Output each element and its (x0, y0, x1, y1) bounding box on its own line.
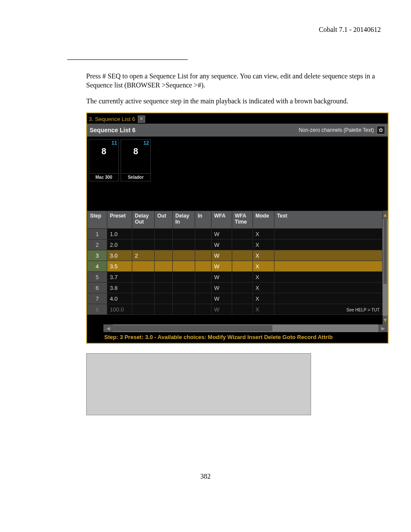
cell-mode[interactable]: X (253, 261, 274, 272)
cell-dout[interactable]: 2 (132, 250, 155, 261)
cell-text[interactable]: See HELP > TUT (274, 304, 383, 315)
cell-wfa[interactable]: W (212, 261, 232, 272)
cell-din[interactable] (173, 250, 195, 261)
cell-step[interactable]: 7 (87, 293, 107, 304)
cell-step[interactable]: 5 (87, 272, 107, 283)
cell-dout[interactable] (132, 272, 155, 283)
col-preset[interactable]: Preset (107, 211, 132, 229)
scroll-up-icon[interactable]: ▲ (383, 211, 388, 219)
cell-din[interactable] (173, 304, 195, 315)
col-in[interactable]: In (195, 211, 212, 229)
cell-out[interactable] (155, 304, 173, 315)
cell-wfa[interactable]: W (212, 250, 232, 261)
table-row[interactable]: 74.0WX (87, 293, 383, 304)
cell-wfa[interactable]: W (212, 229, 232, 240)
cell-text[interactable] (274, 261, 383, 272)
col-wfa-time[interactable]: WFA Time (232, 211, 253, 229)
hscroll-track[interactable] (113, 324, 378, 332)
cell-text[interactable] (274, 229, 383, 240)
hscroll-thumb[interactable] (113, 325, 272, 331)
cell-step[interactable]: 3 (87, 250, 107, 261)
cell-out[interactable] (155, 283, 173, 293)
tab-title[interactable]: 3. Sequence List 6 (89, 116, 135, 122)
cell-out[interactable] (155, 229, 173, 240)
cell-din[interactable] (173, 272, 195, 283)
cell-preset[interactable]: 1.0 (107, 229, 132, 240)
cell-dout[interactable] (132, 304, 155, 315)
table-row[interactable]: 11.0WX (87, 229, 383, 240)
cell-text[interactable] (274, 293, 383, 304)
cell-mode[interactable]: X (253, 304, 274, 315)
cell-preset[interactable]: 3.0 (107, 250, 132, 261)
cell-wfat[interactable] (232, 261, 253, 272)
col-mode[interactable]: Mode (253, 211, 274, 229)
cell-in[interactable] (195, 304, 212, 315)
cell-wfa[interactable]: W (212, 272, 232, 283)
table-row[interactable]: 8100.0WXSee HELP > TUT (87, 304, 383, 315)
cell-out[interactable] (155, 240, 173, 250)
channel-tile[interactable]: 11 8 Mac 300 (89, 139, 119, 181)
cell-mode[interactable]: X (253, 283, 274, 293)
cell-dout[interactable] (132, 283, 155, 293)
cell-preset[interactable]: 100.0 (107, 304, 132, 315)
scroll-left-icon[interactable]: ◀ (103, 324, 113, 332)
cell-in[interactable] (195, 272, 212, 283)
table-row[interactable]: 53.7WX (87, 272, 383, 283)
cell-out[interactable] (155, 261, 173, 272)
cell-mode[interactable]: X (253, 250, 274, 261)
scroll-right-icon[interactable]: ▶ (378, 324, 388, 332)
cell-wfa[interactable]: W (212, 304, 232, 315)
cell-din[interactable] (173, 293, 195, 304)
cell-in[interactable] (195, 229, 212, 240)
col-delay-out[interactable]: Delay Out (132, 211, 155, 229)
cell-mode[interactable]: X (253, 229, 274, 240)
cell-wfat[interactable] (232, 272, 253, 283)
col-wfa[interactable]: WFA (212, 211, 232, 229)
cell-step[interactable]: 8 (87, 304, 107, 315)
cell-in[interactable] (195, 261, 212, 272)
col-delay-in[interactable]: Delay In (173, 211, 195, 229)
cell-dout[interactable] (132, 229, 155, 240)
col-out[interactable]: Out (155, 211, 173, 229)
cell-dout[interactable] (132, 240, 155, 250)
cell-mode[interactable]: X (253, 272, 274, 283)
cell-text[interactable] (274, 240, 383, 250)
cell-wfat[interactable] (232, 229, 253, 240)
table-row[interactable]: 43.5WX (87, 261, 383, 272)
close-icon[interactable]: ✕ (138, 115, 145, 123)
channel-tile[interactable]: 12 8 Selador (121, 139, 151, 181)
cell-din[interactable] (173, 283, 195, 293)
cell-in[interactable] (195, 250, 212, 261)
scroll-thumb[interactable] (383, 219, 387, 284)
cell-wfat[interactable] (232, 250, 253, 261)
cell-wfa[interactable]: W (212, 283, 232, 293)
cell-wfa[interactable]: W (212, 293, 232, 304)
scroll-down-icon[interactable]: ▼ (383, 316, 388, 324)
gear-icon[interactable]: ✿ (377, 126, 385, 134)
cell-mode[interactable]: X (253, 240, 274, 250)
cell-text[interactable] (274, 283, 383, 293)
cell-step[interactable]: 2 (87, 240, 107, 250)
cell-text[interactable] (274, 272, 383, 283)
cell-out[interactable] (155, 293, 173, 304)
cell-step[interactable]: 6 (87, 283, 107, 293)
cell-step[interactable]: 1 (87, 229, 107, 240)
cell-din[interactable] (173, 229, 195, 240)
cell-in[interactable] (195, 293, 212, 304)
horizontal-scrollbar[interactable]: ◀ ▶ (87, 324, 388, 332)
cell-wfat[interactable] (232, 283, 253, 293)
cell-din[interactable] (173, 240, 195, 250)
cell-out[interactable] (155, 272, 173, 283)
vertical-scrollbar[interactable]: ▲ ▼ (383, 211, 388, 324)
cell-step[interactable]: 4 (87, 261, 107, 272)
cell-preset[interactable]: 2.0 (107, 240, 132, 250)
cell-text[interactable] (274, 250, 383, 261)
cell-dout[interactable] (132, 261, 155, 272)
cell-mode[interactable]: X (253, 293, 274, 304)
cell-din[interactable] (173, 261, 195, 272)
cell-in[interactable] (195, 240, 212, 250)
cell-preset[interactable]: 3.7 (107, 272, 132, 283)
sequence-grid[interactable]: Step Preset Delay Out Out Delay In In WF… (87, 211, 383, 324)
cell-out[interactable] (155, 250, 173, 261)
table-row[interactable]: 63.8WX (87, 283, 383, 293)
